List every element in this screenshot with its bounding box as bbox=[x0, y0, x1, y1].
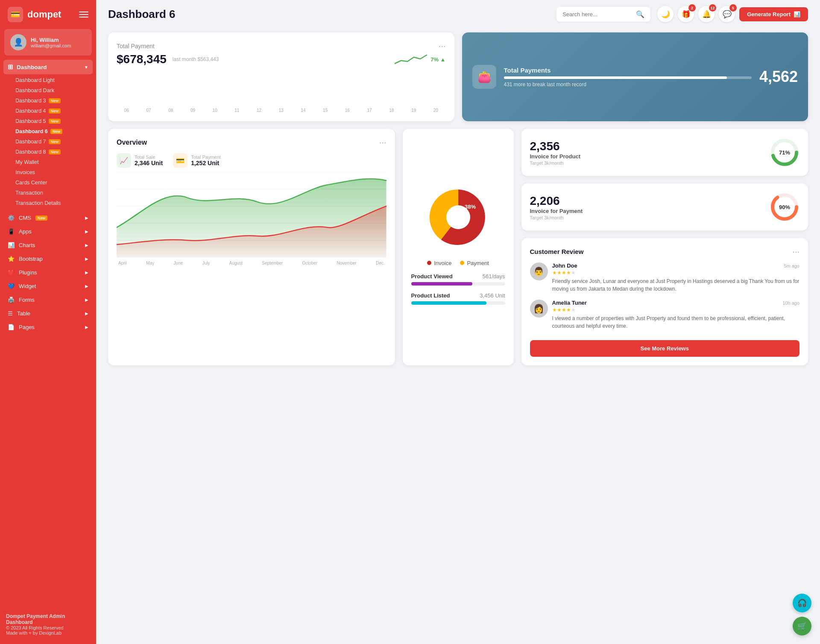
trend-line-chart bbox=[395, 53, 429, 66]
overview-card: Overview ··· 📈 Total Sale 2,346 Unit 💳 bbox=[108, 129, 395, 365]
hamburger-btn[interactable] bbox=[79, 12, 88, 17]
widget-label: Widget bbox=[19, 283, 36, 289]
theme-toggle-btn[interactable]: 🌙 bbox=[657, 6, 674, 22]
blue-card-title: Total Payments bbox=[504, 67, 752, 74]
review-text-2: I viewed a number of properties with Jus… bbox=[552, 315, 800, 330]
sidebar-item-dashboard-5[interactable]: Dashboard 5 New bbox=[11, 116, 93, 126]
charts-icon: 📊 bbox=[8, 242, 15, 248]
notification-btn[interactable]: 🔔 12 bbox=[698, 6, 715, 22]
nav-section: ⚙️ CMS New ▶ 📱 Apps ▶ 📊 Charts ▶ ⭐ Boots… bbox=[0, 211, 96, 334]
wallet-icon: 👛 bbox=[477, 70, 491, 84]
sidebar-item-pages[interactable]: 📄 Pages ▶ bbox=[3, 321, 93, 334]
product-listed-bar-fill bbox=[411, 301, 486, 305]
invoice-payment-label: Invoice for Payment bbox=[530, 208, 764, 214]
sidebar-item-dashboard-7[interactable]: Dashboard 7 New bbox=[11, 137, 93, 147]
heart-icon: ♥ bbox=[29, 630, 32, 635]
support-float-btn[interactable]: 🎧 bbox=[793, 594, 811, 612]
product-viewed-stat: Product Viewed 561/days bbox=[411, 273, 505, 286]
chart-bar-icon: 📊 bbox=[794, 11, 800, 17]
reviewer-avatar-2: 👩 bbox=[530, 300, 548, 318]
cart-icon: 🛒 bbox=[797, 621, 807, 631]
review-menu[interactable]: ··· bbox=[792, 247, 800, 256]
dashboard-submenu: Dashboard Light Dashboard Dark Dashboard… bbox=[3, 75, 93, 208]
sidebar-item-bootstrap[interactable]: ⭐ Bootstrap ▶ bbox=[3, 252, 93, 265]
dashboard-menu-label: Dashboard bbox=[17, 64, 47, 70]
bootstrap-icon: ⭐ bbox=[8, 256, 15, 262]
generate-report-btn[interactable]: Generate Report 📊 bbox=[739, 7, 808, 21]
product-stats: Product Viewed 561/days Product Listed 3… bbox=[411, 273, 505, 312]
overview-legend: 📈 Total Sale 2,346 Unit 💳 Total Payment … bbox=[117, 153, 387, 168]
sidebar-item-dashboard-light[interactable]: Dashboard Light bbox=[11, 75, 93, 85]
footer-copyright: © 2023 All Rights Reserved bbox=[6, 625, 90, 630]
sidebar-item-invoices[interactable]: Invoices bbox=[11, 167, 93, 178]
widget-icon: 💙 bbox=[8, 283, 15, 289]
sidebar-item-dashboard-dark[interactable]: Dashboard Dark bbox=[11, 85, 93, 96]
chevron-right-icon: ▶ bbox=[85, 229, 88, 234]
invoice-product-info: 2,356 Invoice for Product Target 3k/mont… bbox=[530, 140, 764, 166]
invoice-product-label: Invoice for Product bbox=[530, 153, 764, 160]
chevron-right-icon: ▶ bbox=[85, 216, 88, 220]
chat-btn[interactable]: 💬 5 bbox=[719, 6, 735, 22]
customer-review-card: Customer Review ··· 👨 John Doe 5m ago ★★… bbox=[521, 238, 808, 365]
invoice-dot bbox=[427, 261, 431, 265]
review-text-1: Friendly service Josh, Lunar and everyon… bbox=[552, 277, 800, 293]
cart-float-btn[interactable]: 🛒 bbox=[793, 617, 811, 635]
gift-btn[interactable]: 🎁 2 bbox=[678, 6, 694, 22]
dashboard-menu-header[interactable]: ⊞ Dashboard ▼ bbox=[3, 60, 93, 74]
pie-legend: Invoice Payment bbox=[427, 260, 489, 266]
sidebar-item-forms[interactable]: 🖨️ Forms ▶ bbox=[3, 293, 93, 306]
review-card-title: Customer Review bbox=[530, 248, 584, 255]
svg-text:38%: 38% bbox=[465, 204, 476, 210]
sidebar-footer: Dompet Payment Admin Dashboard © 2023 Al… bbox=[0, 608, 96, 635]
sidebar-item-dashboard-6[interactable]: Dashboard 6 New bbox=[11, 126, 93, 137]
search-input[interactable] bbox=[562, 11, 633, 17]
sidebar-item-charts[interactable]: 📊 Charts ▶ bbox=[3, 239, 93, 252]
bootstrap-label: Bootstrap bbox=[19, 256, 43, 262]
review-time-2: 10h ago bbox=[782, 300, 800, 306]
total-sale-value: 2,346 Unit bbox=[135, 160, 163, 166]
invoice-product-target: Target 3k/month bbox=[530, 160, 764, 166]
sidebar-item-plugins[interactable]: ❤️ Plugins ▶ bbox=[3, 266, 93, 279]
sidebar-item-apps[interactable]: 📱 Apps ▶ bbox=[3, 225, 93, 238]
legend-total-payment: 💳 Total Payment 1,252 Unit bbox=[173, 153, 221, 168]
invoice-payment-info: 2,206 Invoice for Payment Target 3k/mont… bbox=[530, 194, 764, 220]
forms-label: Forms bbox=[19, 297, 35, 303]
invoice-product-amount: 2,356 bbox=[530, 140, 764, 153]
sidebar-item-transaction-details[interactable]: Transaction Details bbox=[11, 198, 93, 208]
sidebar-item-dashboard-8[interactable]: Dashboard 8 New bbox=[11, 147, 93, 157]
chevron-right-icon: ▶ bbox=[85, 297, 88, 302]
moon-icon: 🌙 bbox=[661, 10, 670, 19]
page-title: Dashboard 6 bbox=[108, 8, 550, 21]
main-content: Dashboard 6 🔍 🌙 🎁 2 🔔 12 💬 5 Generate Re bbox=[96, 0, 820, 644]
pie-chart-container: 62% 38% bbox=[424, 183, 492, 253]
app-name: dompet bbox=[27, 9, 61, 20]
bell-badge: 12 bbox=[709, 4, 716, 12]
product-viewed-bar-bg bbox=[411, 282, 505, 286]
total-payment-menu[interactable]: ··· bbox=[439, 41, 446, 51]
user-email: william@gmail.com bbox=[31, 43, 71, 48]
sidebar-item-dashboard-4[interactable]: Dashboard 4 New bbox=[11, 106, 93, 116]
product-viewed-label: Product Viewed bbox=[411, 273, 453, 280]
sidebar-item-cards-center[interactable]: Cards Center bbox=[11, 178, 93, 188]
logo-icon: 💳 bbox=[8, 7, 23, 22]
invoice-payment-amount: 2,206 bbox=[530, 194, 764, 208]
review-time-1: 5m ago bbox=[784, 263, 800, 268]
sidebar-item-cms[interactable]: ⚙️ CMS New ▶ bbox=[3, 211, 93, 224]
invoice-payment-donut: 90% bbox=[770, 192, 800, 222]
invoice-payment-card: 2,206 Invoice for Payment Target 3k/mont… bbox=[521, 184, 808, 230]
footer-made-with: Made with ♥ by DexignLab bbox=[6, 630, 90, 635]
invoice-payment-percent: 90% bbox=[779, 204, 790, 210]
review-content-1: John Doe 5m ago ★★★★★ Friendly service J… bbox=[552, 262, 800, 293]
sidebar-item-my-wallet[interactable]: My Wallet bbox=[11, 157, 93, 167]
plugins-icon: ❤️ bbox=[8, 269, 15, 276]
search-box[interactable]: 🔍 bbox=[556, 7, 650, 22]
sidebar-item-table[interactable]: ☰ Table ▶ bbox=[3, 307, 93, 320]
sidebar-item-transaction[interactable]: Transaction bbox=[11, 188, 93, 198]
see-more-reviews-btn[interactable]: See More Reviews bbox=[530, 340, 800, 357]
sidebar-logo[interactable]: 💳 dompet bbox=[0, 0, 96, 29]
sidebar-item-dashboard-3[interactable]: Dashboard 3 New bbox=[11, 96, 93, 106]
sidebar-item-widget[interactable]: 💙 Widget ▶ bbox=[3, 280, 93, 293]
overview-menu[interactable]: ··· bbox=[379, 137, 387, 147]
area-chart: April May June July August September Oct… bbox=[117, 172, 387, 257]
table-icon: ☰ bbox=[8, 310, 13, 317]
